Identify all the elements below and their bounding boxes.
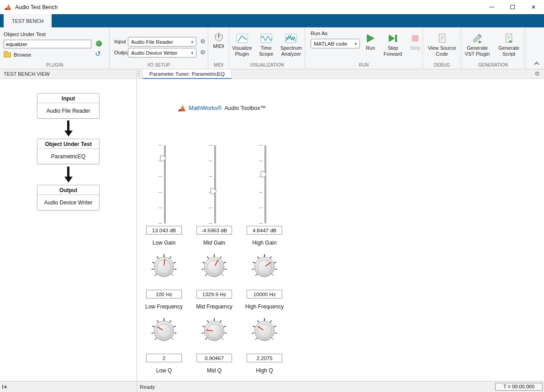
maximize-button[interactable] [502,0,523,14]
ribbon-tabstrip: TEST BENCH [0,14,544,27]
high-gain-slider[interactable] [258,145,271,224]
low-q-knob[interactable] [151,318,177,344]
run-label: Run [366,45,375,51]
tab-options-gear-icon[interactable]: ⚙ [534,71,540,77]
high-gain-value[interactable]: 4.8447 dB [247,226,282,235]
title-bar: Audio Test Bench × [0,0,544,14]
high-gain-label: High Gain [237,240,292,246]
mid-frequency-value[interactable]: 1329.9 Hz [196,290,232,298]
input-settings-gear-icon[interactable]: ⚙ [200,38,206,44]
low-frequency-value[interactable]: 100 Hz [146,290,182,298]
slider-track[interactable] [214,145,216,224]
ribbon-section-midi: MIDI MIDI [208,27,229,69]
low-q-value[interactable]: 2 [146,354,182,362]
low-gain-label: Low Gain [137,240,191,246]
low-parameter-column: 13.043 dB Low Gain 100 Hz Low Frequency … [137,79,191,380]
high-frequency-knob[interactable] [252,254,277,280]
close-button[interactable]: × [523,0,544,14]
output-block-title: Output [37,185,99,195]
low-frequency-label: Low Frequency [137,303,191,310]
mid-gain-slider[interactable] [207,145,221,224]
collapse-panel-icon[interactable] [2,385,6,389]
collapse-ribbon-icon[interactable] [534,61,539,65]
test-bench-view-header: TEST BENCH VIEW [0,69,137,79]
plugin-valid-indicator-icon [96,41,102,47]
midi-section-label: MIDI [208,63,229,68]
tab-test-bench[interactable]: TEST BENCH [4,14,52,27]
browse-button[interactable]: Browse [4,52,31,57]
mid-gain-value[interactable]: -4.5963 dB [196,226,232,235]
midi-button-label: MIDI [213,43,224,49]
input-dropdown[interactable]: Audio File Reader ▾ [128,37,196,47]
mid-q-label: Mid Q [187,367,242,374]
ribbon-section-plugin: Object Under Test Browse ↺ PLUGIN [0,27,110,69]
test-bench-view-panel: TEST BENCH VIEW Input Audio File Reader … [0,69,137,381]
simulation-timer: T = 00:00.000 [495,383,543,391]
close-icon: × [531,4,535,11]
tab-parameter-tuner[interactable]: Parameter Tuner: ParametricEQ [143,69,232,79]
ribbon-section-io-setup: Input Audio File Reader ▾ ⚙ Output Audio… [110,27,208,69]
chevron-down-icon: ▾ [354,42,357,46]
splitter-handle[interactable] [138,71,139,77]
input-block[interactable]: Input Audio File Reader [37,93,100,119]
input-label: Input [114,39,126,44]
ribbon-section-visualization: Visualize Plugin Time Scope [229,27,305,69]
plugin-name-input[interactable] [4,40,91,48]
document-tabbar: Parameter Tuner: ParametricEQ ⚙ [137,69,544,79]
window-controls: × [481,0,544,14]
generation-section-label: GENERATION [461,63,525,68]
generate-script-label: Generate Script [493,45,524,57]
output-block[interactable]: Output Audio Device Writer [37,185,100,210]
ribbon-spacer [525,27,544,69]
status-text: Ready [140,384,155,390]
low-gain-value[interactable]: 13.043 dB [146,226,182,235]
ribbon-toolbar: Object Under Test Browse ↺ PLUGIN Input … [0,27,544,69]
folder-icon [4,52,11,57]
parameter-tuner-panel: Parameter Tuner: ParametricEQ ⚙ MathWork… [137,69,544,381]
object-under-test-block-value: ParametricEQ [37,149,99,164]
step-forward-icon [388,32,398,44]
reload-plugin-icon[interactable]: ↺ [95,50,101,57]
output-dropdown[interactable]: Audio Device Writer ▾ [128,48,196,57]
mid-gain-label: Mid Gain [187,240,242,246]
view-source-code-icon [437,32,447,44]
slider-track[interactable] [264,145,266,224]
low-gain-slider[interactable] [157,145,171,224]
run-as-dropdown[interactable]: MATLAB code ▾ [311,39,360,48]
audio-test-bench-window: Audio Test Bench × TEST BENCH Object Und… [0,0,544,392]
flow-arrow-icon [37,167,100,183]
high-q-label: High Q [237,367,292,374]
run-icon [365,32,375,44]
slider-ticks [259,145,263,224]
status-bar-left [0,382,137,392]
mid-parameter-column: -4.5963 dB Mid Gain 1329.9 Hz Mid Freque… [187,79,242,380]
chevron-down-icon: ▾ [191,51,193,55]
low-frequency-knob[interactable] [151,254,177,280]
matlab-app-icon [4,4,11,10]
window-title: Audio Test Bench [15,4,58,10]
status-bar: Ready T = 00:00.000 [0,381,544,392]
stop-icon [411,32,420,44]
output-block-value: Audio Device Writer [37,195,99,210]
browse-label: Browse [14,52,31,57]
ribbon-section-run: Run As MATLAB code ▾ Run Step Forward [305,27,423,69]
minimize-button[interactable] [481,0,502,14]
high-q-value[interactable]: 2.2075 [247,354,282,362]
flow-arrow-icon [37,120,100,136]
slider-thumb[interactable] [260,171,267,178]
slider-thumb[interactable] [210,188,217,194]
generate-vst-plugin-label: Generate VST Plugin [461,45,493,57]
mid-q-knob[interactable] [201,318,227,344]
object-under-test-label: Object Under Test [4,31,46,37]
object-under-test-block-title: Object Under Test [37,139,99,149]
step-forward-label: Step Forward [380,45,406,57]
mid-q-value[interactable]: 0.90467 [196,354,232,362]
ribbon-section-debug: View Source Code DEBUG [423,27,461,69]
object-under-test-block[interactable]: Object Under Test ParametricEQ [37,139,100,164]
view-source-code-label: View Source Code [423,45,461,57]
high-frequency-value[interactable]: 10000 Hz [247,290,282,298]
mid-frequency-knob[interactable] [201,254,227,280]
output-settings-gear-icon[interactable]: ⚙ [200,49,206,55]
slider-thumb[interactable] [160,155,167,162]
high-q-knob[interactable] [252,318,277,344]
